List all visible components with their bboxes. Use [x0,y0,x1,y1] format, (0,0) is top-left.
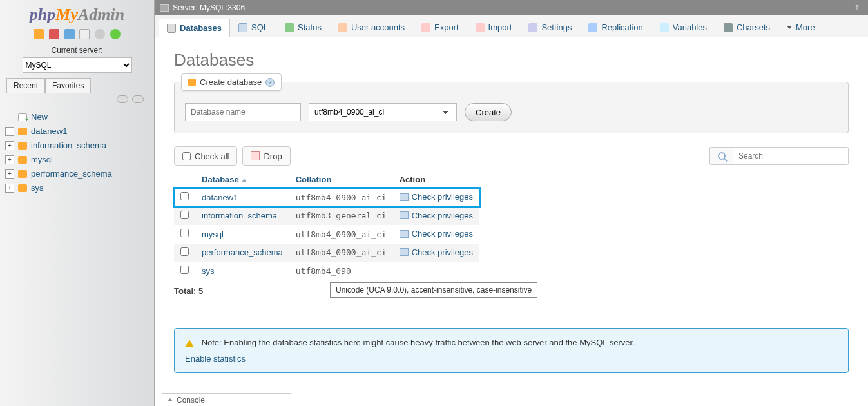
tab-recent[interactable]: Recent [6,78,45,93]
create-db-icon [188,79,196,86]
databases-icon [167,24,176,33]
link-icon[interactable] [132,95,144,103]
tab-users[interactable]: User accounts [330,18,413,37]
check-privileges-link[interactable]: Check privileges [400,192,473,202]
logo-part-admin: Admin [78,5,124,24]
collapse-tree-icon[interactable] [117,95,128,103]
tree-db-label: datanew1 [31,126,67,136]
tab-status[interactable]: Status [276,18,330,37]
check-all-label: Check all [195,151,229,161]
server-select[interactable]: MySQL [23,57,132,73]
warning-icon [185,340,194,347]
logo[interactable]: phpMyAdmin [0,0,154,27]
expand-icon[interactable]: − [5,127,14,136]
tree-db-datanew1[interactable]: −datanew1 [5,124,149,139]
drop-button[interactable]: Drop [242,146,290,166]
sidebar: phpMyAdmin Current server: MySQL Recent … [0,0,155,406]
table-row: performance_schemautf8mb4_0900_ai_ciChec… [174,244,479,262]
logout-icon[interactable] [49,29,59,39]
tab-replication-label: Replication [601,23,642,32]
drop-label: Drop [264,151,282,161]
tab-charsets[interactable]: Charsets [715,18,778,37]
console-caret-icon [168,398,173,401]
export-icon [421,23,430,32]
tree-db-mysql[interactable]: +mysql [5,153,149,167]
expand-icon[interactable]: + [5,184,14,193]
spacer [5,113,14,122]
collapse-top-icon[interactable]: ⤒ [854,3,863,12]
tree-new[interactable]: New [5,110,149,124]
database-icon [18,156,27,164]
tab-variables[interactable]: Variables [651,18,715,37]
row-checkbox[interactable] [180,266,189,274]
check-all[interactable]: Check all [174,146,237,166]
expand-icon[interactable]: + [5,141,14,150]
logo-part-php: php [30,5,55,24]
collation-select[interactable]: utf8mb4_0900_ai_ci [309,103,457,121]
expand-icon[interactable]: + [5,155,14,164]
database-icon [18,128,27,135]
database-icon [18,170,27,178]
database-link[interactable]: mysql [202,229,224,239]
row-checkbox[interactable] [180,211,189,219]
col-database[interactable]: Database [195,171,289,188]
tab-import[interactable]: Import [467,18,521,37]
database-link[interactable]: information_schema [202,211,277,220]
tab-databases[interactable]: Databases [159,19,230,37]
navi-settings-icon[interactable] [79,29,90,39]
home-icon[interactable] [34,29,44,39]
create-db-legend-text: Create database [200,77,262,87]
gear-icon[interactable] [95,29,105,39]
search-icon-box[interactable] [709,147,733,165]
table-row: information_schemautf8mb3_general_ciChec… [174,207,479,226]
tree-db-label: information_schema [31,140,106,150]
breadcrumb-server[interactable]: Server: MySQL:3306 [173,3,245,12]
tab-export[interactable]: Export [413,18,467,37]
settings-icon [528,23,537,32]
col-collation[interactable]: Collation [289,171,393,188]
database-link[interactable]: datanew1 [202,193,238,202]
tab-more[interactable]: More [778,18,824,37]
tab-replication[interactable]: Replication [580,18,651,37]
tab-settings-label: Settings [541,23,572,32]
page-title: Databases [174,50,849,70]
server-icon [160,4,169,12]
reload-icon[interactable] [110,29,121,39]
database-icon [18,142,27,150]
database-name-input[interactable] [185,103,301,121]
docs-icon[interactable] [64,29,75,39]
tab-favorites[interactable]: Favorites [45,78,91,93]
tree-db-performance_schema[interactable]: +performance_schema [5,167,149,181]
collation-value: utf8mb3_general_ci [289,207,393,226]
row-checkbox[interactable] [180,192,189,200]
tab-sql[interactable]: SQL [230,18,276,37]
tree-db-information_schema[interactable]: +information_schema [5,139,149,153]
enable-statistics-link[interactable]: Enable statistics [185,354,246,363]
check-all-checkbox[interactable] [182,152,191,160]
tab-settings[interactable]: Settings [520,18,580,37]
current-server-label: Current server: [0,46,154,55]
database-icon [18,184,27,192]
database-link[interactable]: sys [202,266,215,276]
tab-users-label: User accounts [351,23,405,32]
row-checkbox[interactable] [180,229,189,237]
database-link[interactable]: performance_schema [202,247,283,257]
check-privileges-link[interactable]: Check privileges [400,247,473,257]
check-privileges-link[interactable]: Check privileges [400,229,473,238]
console-label: Console [177,396,205,405]
search-input[interactable] [733,147,849,165]
tab-import-label: Import [488,23,512,32]
list-toolbar: Check all Drop [174,146,849,166]
tree-db-label: performance_schema [31,169,112,179]
tree-db-sys[interactable]: +sys [5,181,149,195]
search-wrap [709,147,849,165]
console-bar[interactable]: Console [162,393,291,406]
new-db-icon [18,113,27,121]
row-checkbox[interactable] [180,247,189,256]
tab-more-label: More [796,23,815,32]
create-button[interactable]: Create [465,103,512,121]
help-icon[interactable]: ? [265,78,275,87]
check-privileges-link[interactable]: Check privileges [400,211,473,220]
expand-icon[interactable]: + [5,169,14,179]
note-text: Note: Enabling the database statistics h… [202,338,635,347]
